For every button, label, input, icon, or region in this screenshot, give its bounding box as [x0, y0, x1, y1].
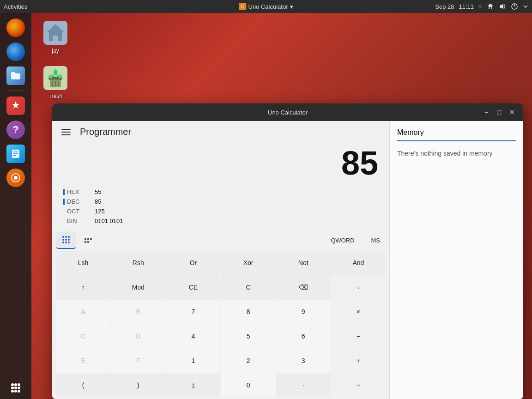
svg-point-30 [62, 239, 64, 241]
dock-item-show-apps[interactable] [5, 377, 27, 399]
svg-point-32 [68, 239, 70, 241]
2-button[interactable]: 2 [221, 349, 275, 373]
keypad-mode-button[interactable] [56, 231, 76, 249]
minimize-button[interactable]: − [481, 107, 492, 118]
backspace-button[interactable]: ⌫ [276, 275, 331, 299]
svg-point-11 [14, 383, 17, 386]
svg-rect-36 [85, 238, 86, 240]
not-button[interactable]: Not [276, 251, 331, 275]
app-menu-arrow: ▾ [290, 3, 293, 10]
dock-item-writer[interactable] [5, 143, 27, 165]
4-button[interactable]: 4 [166, 324, 220, 348]
dock-item-files[interactable] [5, 65, 27, 87]
d-button: D [111, 324, 165, 348]
qword-button[interactable]: QWORD [325, 234, 360, 247]
dock-item-help[interactable]: ? [5, 119, 27, 141]
system-dropdown-icon[interactable] [523, 4, 528, 9]
bitfield-mode-button[interactable] [78, 232, 98, 248]
bin-row[interactable]: BIN 0101 0101 [60, 216, 382, 226]
decimal-button[interactable]: · [276, 373, 331, 397]
or-button[interactable]: Or [166, 251, 220, 275]
power-icon[interactable] [511, 3, 518, 10]
xor-button[interactable]: Xor [221, 251, 275, 275]
calculator-main: Programmer 85 HEX 55 DEC 85 OCT [52, 121, 389, 399]
5-button[interactable]: 5 [221, 324, 275, 348]
svg-text:C: C [241, 4, 244, 9]
calculator-display: 85 [52, 143, 389, 187]
divide-button[interactable]: ÷ [331, 275, 386, 299]
network-icon [487, 3, 494, 10]
buttons-area: QWORD MS Lsh Rsh Or Xor Not And ↑ Mod CE [52, 230, 389, 399]
oct-value: 125 [95, 208, 375, 215]
c-hex-button: C [56, 324, 110, 348]
dock-item-thunderbird[interactable] [5, 41, 27, 63]
dock-item-firefox[interactable] [5, 17, 27, 39]
ce-button[interactable]: CE [166, 275, 220, 299]
svg-rect-40 [87, 241, 89, 243]
multiply-button[interactable]: × [331, 300, 386, 324]
trash-icon-label: Trash [48, 93, 62, 99]
desktop-icon-jay[interactable]: jay [35, 16, 76, 58]
activities-button[interactable]: Activities [4, 3, 27, 10]
desktop-icon-trash[interactable]: Trash [35, 61, 76, 103]
display-value: 85 [341, 146, 378, 180]
plusminus-button[interactable]: ± [166, 373, 220, 397]
maximize-button[interactable]: □ [494, 107, 505, 118]
lsh-button[interactable]: Lsh [56, 251, 110, 275]
and-button[interactable]: And [331, 251, 386, 275]
volume-icon [499, 3, 506, 10]
base-display: HEX 55 DEC 85 OCT 125 BIN 0101 0101 [52, 187, 389, 230]
time-display: 11:11 [459, 3, 474, 10]
svg-point-27 [62, 236, 64, 238]
6-button[interactable]: 6 [276, 324, 331, 348]
hamburger-line-2 [61, 132, 71, 133]
svg-point-12 [18, 383, 20, 386]
dec-active-indicator [63, 198, 65, 205]
9-button[interactable]: 9 [276, 300, 331, 324]
close-button[interactable]: ✕ [507, 107, 518, 118]
1-button[interactable]: 1 [166, 349, 220, 373]
dock-item-appstore[interactable] [5, 95, 27, 117]
ms-button[interactable]: MS [366, 234, 386, 247]
svg-point-9 [14, 176, 18, 180]
app-menu-icon: C [239, 3, 247, 10]
menu-button[interactable] [60, 127, 73, 137]
calculator-window: Uno Calculator − □ ✕ Programmer 85 [52, 103, 523, 399]
rsh-button[interactable]: Rsh [111, 251, 165, 275]
svg-rect-37 [87, 238, 89, 240]
oct-row[interactable]: OCT 125 [60, 206, 382, 216]
shift-button[interactable]: ↑ [56, 275, 110, 299]
oct-label: OCT [67, 208, 95, 215]
memory-empty-text: There's nothing saved in memory [397, 149, 516, 158]
open-paren-button[interactable]: ( [56, 373, 110, 397]
trash-icon [42, 65, 68, 91]
svg-point-18 [18, 390, 20, 393]
app-menu[interactable]: C Uno Calculator ▾ [239, 3, 293, 10]
hex-label: HEX [67, 188, 95, 195]
hex-row[interactable]: HEX 55 [60, 187, 382, 197]
0-button[interactable]: 0 [221, 373, 275, 397]
dec-row[interactable]: DEC 85 [60, 197, 382, 206]
subtract-button[interactable]: − [331, 324, 386, 348]
svg-point-35 [68, 242, 70, 243]
equals-button[interactable]: = [331, 373, 386, 397]
c-button[interactable]: C [221, 275, 275, 299]
8-button[interactable]: 8 [221, 300, 275, 324]
e-button: E [56, 349, 110, 373]
dec-value: 85 [95, 198, 375, 205]
mod-button[interactable]: Mod [111, 275, 165, 299]
memory-panel: Memory There's nothing saved in memory [389, 121, 523, 399]
close-paren-button[interactable]: ) [111, 373, 165, 397]
dock: ? [0, 13, 31, 399]
window-titlebar: Uno Calculator − □ ✕ [52, 103, 523, 121]
bitfield-icon [84, 236, 93, 245]
7-button[interactable]: 7 [166, 300, 220, 324]
files-icon [6, 66, 25, 85]
3-button[interactable]: 3 [276, 349, 331, 373]
add-button[interactable]: + [331, 349, 386, 373]
f-button: F [111, 349, 165, 373]
svg-point-14 [14, 387, 17, 389]
dock-item-sound[interactable] [5, 167, 27, 189]
writer-icon [6, 145, 25, 163]
show-apps-icon [6, 379, 25, 397]
